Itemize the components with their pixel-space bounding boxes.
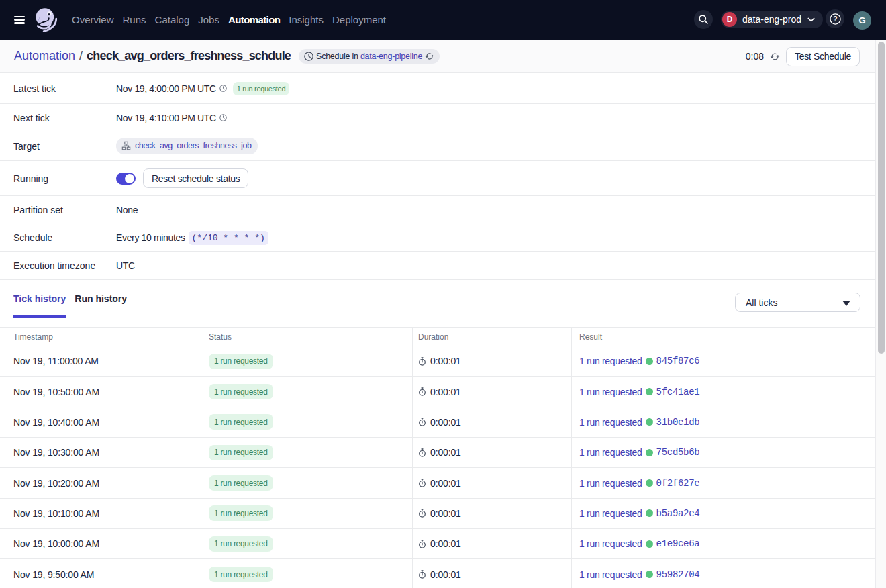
svg-text:?: ? — [833, 15, 837, 23]
